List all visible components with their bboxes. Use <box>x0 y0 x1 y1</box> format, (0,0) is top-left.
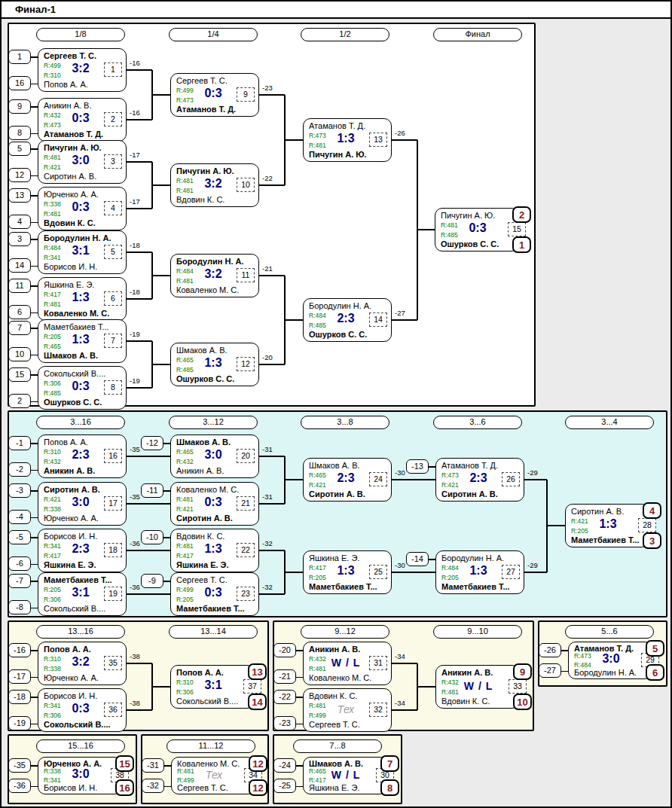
connector-line <box>259 364 285 365</box>
match-box[interactable]: Шмаков А. В. R:465 R:432 3:0 20 Аникин А… <box>170 434 259 478</box>
match-number: 5 <box>104 245 122 259</box>
match-box[interactable]: Бородулин Н. А. R:484 R:205 1:3 27 Мамет… <box>435 550 524 594</box>
match-number: 31 <box>369 656 387 670</box>
match-box[interactable]: Сиротин А. В. R:421 R:205 1:3 28 Маметба… <box>565 504 649 547</box>
seed-tag-top: 5 <box>8 142 31 156</box>
seed-link-bottom <box>31 564 38 566</box>
place-tag-bottom: 8 <box>380 779 399 796</box>
connector-line <box>285 319 303 321</box>
match-box[interactable]: Аникин А. В. R:432 R:481 W / L 33 Вдовин… <box>435 665 520 709</box>
match-box[interactable]: Бородулин Н. А. R:484 R:341 3:1 5 Борисо… <box>38 230 127 274</box>
player-name-bottom: Яшкина Е. Э. <box>176 560 255 569</box>
player-name-top: Вдовин К. С. <box>176 532 255 541</box>
match-box[interactable]: Пичугин А. Ю. R:481 R:481 3:2 10 Вдовин … <box>170 163 259 207</box>
match-box[interactable]: Яшкина Е. Э. R:417 R:205 1:3 25 Маметбак… <box>303 550 392 594</box>
player-name-bottom: Сокольский В.... <box>44 720 123 729</box>
player-name-bottom: Попов А. А. <box>44 80 123 89</box>
match-box[interactable]: Аникин А. В. R:432 R:473 0:3 2 Атаманов … <box>38 98 127 142</box>
player-name-top: Борисов И. Н. <box>44 691 123 700</box>
seed-link-top <box>163 490 171 492</box>
connector-line <box>127 119 152 120</box>
seed-link-bottom <box>31 517 38 519</box>
player-name-bottom: Юрченко А. А. <box>44 673 123 682</box>
player-name-top: Маметбакиев Т... <box>44 575 123 584</box>
match-box[interactable]: Борисов И. Н. R:341 R:417 2:3 18 Яшкина … <box>38 529 127 572</box>
player-rating-top: R:481 <box>176 543 194 550</box>
player-name-top: Пичугин А. Ю. <box>44 143 123 152</box>
match-box[interactable]: Маметбакиев Т... R:205 R:465 1:3 7 Шмако… <box>38 319 127 363</box>
match-box[interactable]: Юрченко А. А. R:338 R:481 0:3 4 Вдовин К… <box>38 187 127 230</box>
match-box[interactable]: Сергеев Т. С. R:499 R:473 0:3 9 Атаманов… <box>170 73 259 117</box>
player-name-bottom: Борисов И. Н. <box>44 783 118 792</box>
match-box[interactable]: Шмаков А. В. R:465 R:417 W / L 30 Яшкина… <box>303 757 387 794</box>
match-box[interactable]: Попов А. А. R:310 R:338 3:2 35 Юрченко А… <box>38 642 127 685</box>
seed-link-bottom <box>31 608 38 609</box>
player-name-bottom: Сергеев Т. С. <box>177 783 252 792</box>
match-number: 16 <box>104 449 122 463</box>
match-box[interactable]: Пичугин А. Ю. R:481 R:421 3:0 3 Сиротин … <box>38 140 127 184</box>
match-box[interactable]: Борисов И. Н. R:341 R:306 0:3 36 Сокольс… <box>38 688 127 732</box>
seed-link-bottom <box>296 724 304 725</box>
match-box[interactable]: Вдовин К. С. R:481 R:417 1:3 22 Яшкина Е… <box>170 529 259 572</box>
player-rating-bottom: R:421 <box>176 506 194 513</box>
player-name-top: Бородулин Н. А. <box>44 233 123 242</box>
player-rating-bottom: R:485 <box>44 390 61 397</box>
player-name-top: Яшкина Е. Э. <box>44 280 123 289</box>
match-box[interactable]: Юрченко А. А. R:338 R:341 3:0 38 Борисов… <box>38 757 122 794</box>
seed-tag-bottom: -32 <box>142 779 164 793</box>
round-header: 9...10 <box>433 625 522 639</box>
match-box[interactable]: Шмаков А. В. R:465 R:485 1:3 12 Ошурков … <box>170 343 259 386</box>
place-tag-bottom: 6 <box>646 664 664 681</box>
player-name-bottom: Сиротин А. В. <box>441 489 521 499</box>
match-score: W / L <box>457 680 499 692</box>
player-rating-top: R:205 <box>44 587 61 593</box>
match-box[interactable]: Попов А. А. R:310 R:432 2:3 16 Аникин А.… <box>38 434 127 478</box>
connector-line <box>152 364 170 365</box>
match-box[interactable]: Атаманов Т. Д. R:473 R:484 3:0 29 Бороду… <box>568 642 652 679</box>
connector-label: -29 <box>527 561 538 569</box>
match-score: Тех <box>325 703 367 715</box>
player-rating-bottom: R:481 <box>176 188 194 194</box>
seed-tag-top: 11 <box>8 279 31 293</box>
match-box[interactable]: Атаманов Т. Д. R:473 R:421 2:3 26 Сироти… <box>435 458 524 502</box>
match-box[interactable]: Бородулин Н. А. R:484 R:481 3:2 11 Ковал… <box>170 254 259 297</box>
match-box[interactable]: Шмаков А. В. R:465 R:421 2:3 24 Сиротин … <box>303 458 392 502</box>
match-box[interactable]: Коваленко М. С. R:481 R:421 0:3 21 Сирот… <box>170 482 259 526</box>
connector-label: -18 <box>130 288 140 296</box>
match-box[interactable]: Аникин А. В. R:432 R:481 W / L 31 Ковале… <box>303 642 392 685</box>
match-box[interactable]: Попов А. А. R:310 R:306 3:1 37 Сокольски… <box>170 665 255 709</box>
player-rating-bottom: R:421 <box>44 164 61 171</box>
match-box[interactable]: Яшкина Е. Э. R:417 R:481 1:3 6 Коваленко… <box>38 277 127 321</box>
connector-line <box>392 479 435 480</box>
match-score: 0:3 <box>60 200 102 214</box>
match-box[interactable]: Сергеев Т. С. R:499 R:310 3:2 1 Попов А.… <box>38 48 127 92</box>
player-name-bottom: Сокольский В.... <box>176 697 251 706</box>
seed-tag-top: 3 <box>8 232 31 246</box>
seed-tag-top: 7 <box>8 321 31 335</box>
match-box[interactable]: Сокольский В.... R:306 R:485 0:3 8 Ошурк… <box>38 366 127 410</box>
match-box[interactable]: Коваленко М. С. R:481 R:499 Тех 34 Серге… <box>171 757 255 794</box>
connector-label: -19 <box>130 330 140 338</box>
match-box[interactable]: Сиротин А. В. R:421 R:338 3:0 17 Юрченко… <box>38 482 127 526</box>
match-box[interactable]: Атаманов Т. Д. R:473 R:481 1:3 13 Пичуги… <box>303 118 392 162</box>
round-header: 1/2 <box>301 28 389 41</box>
match-box[interactable]: Сергеев Т. С. R:499 R:205 0:3 23 Маметба… <box>170 572 259 616</box>
tournament-bracket-page: Финал-1 1/81/41/2Финал3...163...123...83… <box>0 0 672 808</box>
player-rating-top: R:481 <box>176 178 194 184</box>
match-box[interactable]: Маметбакиев Т... R:205 R:306 3:1 19 Соко… <box>38 572 127 616</box>
player-rating-top: R:432 <box>441 679 459 686</box>
match-number: 14 <box>369 313 387 327</box>
match-box[interactable]: Вдовин К. С. R:481 R:499 Тех 32 Сергеев … <box>303 688 392 732</box>
seed-tag-top: -5 <box>8 530 31 544</box>
player-name-top: Аникин А. В. <box>309 645 388 654</box>
connector-label: -32 <box>262 539 273 547</box>
seed-link-top <box>163 443 171 444</box>
match-box[interactable]: Пичугин А. Ю. R:481 R:485 0:3 15 Ошурков… <box>435 208 519 252</box>
player-rating-bottom: R:485 <box>441 232 458 239</box>
match-box[interactable]: Бородулин Н. А. R:484 R:485 2:3 14 Ошурк… <box>303 298 392 342</box>
round-header: 3...8 <box>301 416 389 429</box>
seed-tag-top: 9 <box>8 99 31 114</box>
player-name-bottom: Коваленко М. С. <box>309 673 388 682</box>
seed-link-top <box>163 581 171 582</box>
player-rating-bottom: R:465 <box>44 343 61 350</box>
